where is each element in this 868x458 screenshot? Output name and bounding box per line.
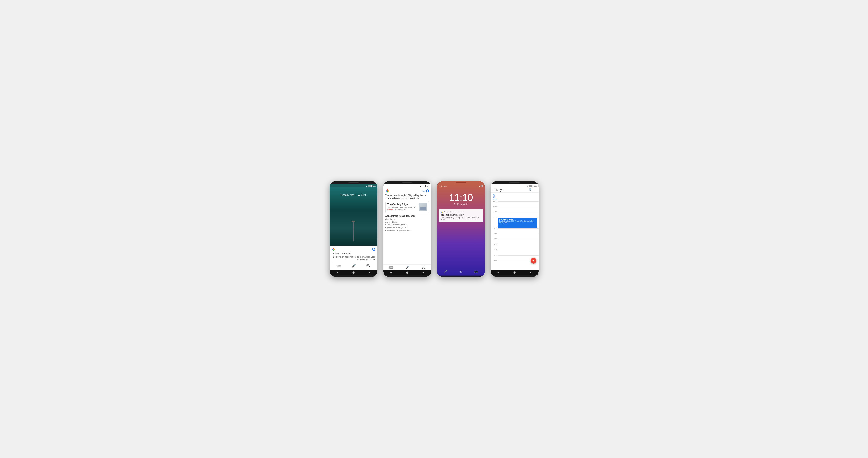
svg-point-8 — [441, 212, 442, 212]
time-label-12pm: 12 PM — [491, 206, 497, 207]
notification-card[interactable]: Google Assistant · now ▾ Your appointmen… — [439, 209, 483, 222]
keyboard-icon-2[interactable]: ⌨ — [389, 266, 393, 269]
time-slot-7pm: 7 PM — [498, 250, 538, 255]
microphone-icon[interactable]: 🎤 — [352, 264, 356, 268]
time-label-5pm: 5 PM — [491, 238, 497, 239]
time-slot-2pm[interactable]: 2 PM The Cutting Edge The Cutting Edge, … — [498, 218, 538, 228]
notification-chevron-icon: ▾ — [463, 211, 464, 213]
home-button[interactable]: ⬤ — [352, 271, 354, 273]
closed-status: Closed — [387, 209, 393, 211]
time-slot-4pm: 4 PM — [498, 234, 538, 239]
battery-icon-4: ▊ — [532, 185, 534, 187]
phone-3-notch — [437, 181, 485, 185]
phone-3-screen: Fi Network ▲ ▌▌ 11:10 TUE, MAY 8 — [437, 185, 485, 275]
svg-point-1 — [333, 248, 334, 249]
svg-point-7 — [386, 191, 388, 193]
phone-4-bottom-bar — [491, 275, 538, 277]
month-chevron-icon: ▾ — [502, 189, 503, 191]
time-label-2pm: 2 PM — [491, 217, 497, 218]
recents-button-4[interactable]: ◼ — [530, 271, 531, 273]
phone-4: ▲ ▌▌▌ ▊ 8:00 ☰ May ▾ 🔍 — [491, 181, 538, 277]
phone-1-status-icons: ▲ ▌▌▌ ▊ 8:00 — [366, 185, 376, 187]
phone-3-status-icons: ▲ ▌▌ — [478, 185, 483, 187]
wifi-icon: ▲ — [420, 185, 421, 187]
microphone-icon-2[interactable]: 🎤 — [405, 265, 409, 269]
appointment-contact: Contact number (650) 273-7808 — [385, 229, 429, 232]
assistant-action-icon[interactable] — [372, 248, 375, 251]
event-title: The Cutting Edge — [499, 218, 536, 220]
wifi-icon-3: ▲ — [478, 185, 480, 187]
appointment-details: First visit: No Stylist: Tiffany Service… — [385, 218, 429, 232]
calendar-toolbar: ☰ May ▾ 🔍 ⋮ — [491, 187, 538, 193]
business-name: The Cutting Edge — [387, 203, 418, 206]
calendar-timeline: 11 AM 12 PM 1 PM 2 PM — [491, 201, 538, 270]
svg-point-4 — [385, 190, 387, 192]
calendar-event-cutting-edge[interactable]: The Cutting Edge The Cutting Edge, 5557 … — [498, 218, 537, 228]
yes-label: Yes — [422, 190, 425, 192]
appointment-stylist: Stylist: Tiffany — [385, 221, 429, 224]
phone-1-notch — [330, 181, 377, 185]
time-label-11am: 11 AM — [491, 201, 497, 202]
calendar-day-name: Wed — [493, 198, 536, 200]
calendar-day-number: 9 — [493, 194, 536, 198]
time-label-7pm: 7 PM — [491, 249, 497, 251]
camera-bottom-icon[interactable]: 📷 — [474, 270, 478, 273]
phone-1-date: Tuesday, May 8 🌤 64 °F — [330, 194, 377, 196]
battery-icon: ▊ — [371, 185, 372, 187]
keyboard-icon[interactable]: ⌨ — [337, 264, 341, 267]
phone-4-speaker — [509, 183, 520, 183]
time-label-1pm: 1 PM — [491, 211, 497, 212]
assistant-user-input-text: Book me an appointment at The Cutting Ed… — [332, 256, 375, 261]
phone-2-assistant-header: Yes — [385, 189, 429, 193]
chat-icon-2[interactable]: 💬 — [422, 266, 425, 269]
svg-point-2 — [334, 249, 335, 250]
phone-4-screen: ▲ ▌▌▌ ▊ 8:00 ☰ May ▾ 🔍 — [491, 185, 538, 270]
google-assistant-logo-2 — [385, 189, 389, 193]
notification-header: Google Assistant · now ▾ — [441, 210, 481, 213]
phone-2-notch — [383, 181, 431, 185]
appointment-when: When: Wed, May 9, 2 PM — [385, 227, 429, 229]
hamburger-menu-icon[interactable]: ☰ — [492, 188, 495, 192]
svg-point-10 — [442, 212, 443, 212]
back-button-4[interactable]: ◀ — [498, 271, 499, 273]
phone-2-status-icons: ▲ ▌▌▌ ▊ 8:00 — [420, 185, 429, 187]
opens-status: Opens 11 AM — [395, 209, 407, 211]
battery-icon: ▊ — [425, 185, 426, 187]
recents-button[interactable]: ◼ — [369, 271, 370, 273]
phone-2-screen: ▲ ▌▌▌ ▊ 8:00 — [383, 185, 431, 270]
time-slot-1pm: 1 PM — [498, 212, 538, 218]
phone-2-content: Yes They're closed now, but I'll try cal… — [383, 187, 431, 264]
back-button-2[interactable]: ◀ — [390, 271, 392, 273]
search-calendar-icon[interactable]: 🔍 — [529, 188, 532, 192]
phone-1-assistant-toolbar: ⌨ 🎤 💬 — [332, 262, 375, 268]
phone-4-status-bar: ▲ ▌▌▌ ▊ 8:00 — [491, 185, 538, 187]
business-card: The Cutting Edge 5557 Prospect Ave, San … — [385, 201, 429, 213]
notification-body: The Cutting Edge · May 9th at 2PM · Wome… — [441, 217, 481, 221]
phone-3-clock: 11:10 TUE, MAY 8 — [437, 192, 485, 205]
assistant-response-text: They're closed now, but I'll try calling… — [385, 194, 429, 200]
phone-1-bottom-bar — [330, 275, 377, 277]
phone-1-camera — [370, 182, 371, 184]
phone-2-camera — [424, 182, 425, 184]
svg-point-0 — [332, 249, 333, 250]
microphone-bottom-icon[interactable]: 🎤 — [444, 270, 447, 273]
home-button-2[interactable]: ⬤ — [406, 271, 408, 273]
back-button[interactable]: ◀ — [337, 271, 338, 273]
clock-date: TUE, MAY 8 — [437, 203, 485, 205]
phone-2-assistant-toolbar: ⌨ 🎤 💬 — [383, 264, 431, 270]
phone-3-bottom-icons: 🎤 ◎ 📷 — [437, 269, 485, 274]
fingerprint-icon[interactable]: ◎ — [460, 270, 462, 273]
home-button-4[interactable]: ⬤ — [514, 271, 516, 273]
chat-icon[interactable]: 💬 — [367, 264, 370, 267]
more-options-icon[interactable]: ⋮ — [534, 188, 537, 192]
recents-button-2[interactable]: ◼ — [423, 271, 424, 273]
notification-dot: · — [458, 211, 458, 213]
phone-1-assistant-card: Hi, how can I help? Book me an appointme… — [330, 246, 377, 270]
phone-1-assistant-header — [332, 247, 375, 251]
add-event-fab[interactable]: + — [531, 258, 536, 264]
assistant-action-icon-2[interactable] — [426, 190, 429, 192]
phone-2-nav-bar: ◀ ⬤ ◼ — [383, 270, 431, 275]
calendar-month-title[interactable]: May ▾ — [496, 188, 503, 192]
calendar-date-header: 9 Wed — [491, 193, 538, 201]
time-label-4: 8:00 — [534, 185, 537, 187]
